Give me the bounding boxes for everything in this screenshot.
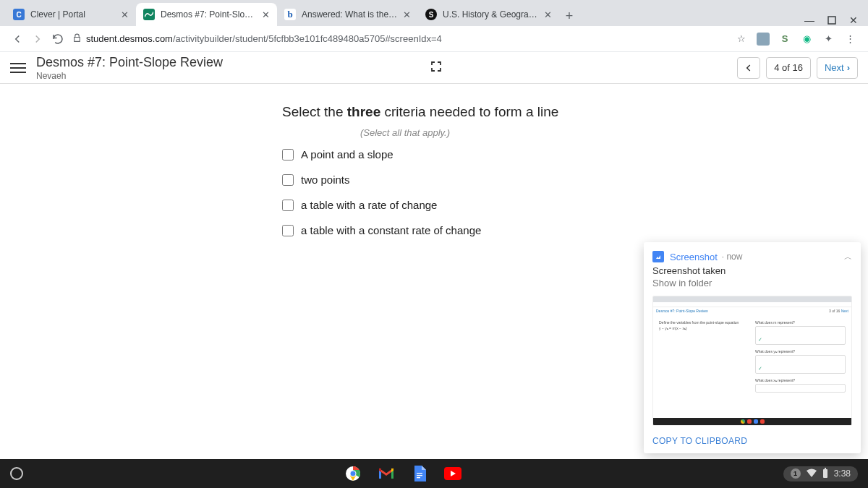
tab-title: Clever | Portal: [30, 9, 116, 20]
tab-bartleby[interactable]: b Answered: What is the correct eq ✕: [277, 3, 418, 26]
tab-history[interactable]: S U.S. History & Geography-A: S1 - ✕: [418, 3, 559, 26]
schoology-favicon: S: [425, 9, 437, 20]
extension-securly-icon[interactable]: S: [778, 33, 791, 46]
svg-rect-8: [417, 473, 422, 474]
docs-icon[interactable]: [411, 465, 428, 482]
tab-desmos[interactable]: Desmos #7: Point-Slope Review ✕: [136, 3, 277, 26]
svg-rect-10: [417, 477, 420, 478]
maximize-icon[interactable]: [827, 16, 836, 25]
new-tab-button[interactable]: +: [559, 6, 579, 26]
image-icon: [652, 251, 664, 262]
svg-rect-12: [823, 469, 827, 478]
notif-show-in-folder[interactable]: Show in folder: [652, 278, 852, 288]
extensions-puzzle-icon[interactable]: ✦: [822, 33, 835, 46]
tab-clever[interactable]: C Clever | Portal ✕: [6, 3, 136, 26]
option-row[interactable]: a table with a constant rate of change: [282, 224, 868, 236]
window-controls: — ✕: [794, 14, 868, 26]
next-button[interactable]: Next›: [817, 57, 858, 79]
browser-tabstrip: C Clever | Portal ✕ Desmos #7: Point-Slo…: [0, 0, 868, 26]
battery-icon: [822, 468, 828, 480]
notif-title: Screenshot taken: [652, 265, 852, 276]
option-row[interactable]: A point and a slope: [282, 148, 868, 160]
chrome-icon[interactable]: [344, 465, 362, 482]
svg-point-5: [351, 471, 356, 476]
back-button[interactable]: [7, 29, 27, 49]
activity-content: Select the three criteria needed to form…: [0, 84, 868, 236]
svg-rect-9: [417, 475, 422, 476]
hamburger-icon[interactable]: [10, 63, 26, 73]
option-checkbox[interactable]: [282, 174, 294, 186]
activity-title: Desmos #7: Point-Slope Review: [36, 55, 223, 70]
notification-badge[interactable]: 1: [791, 468, 801, 479]
question-hint: (Select all that apply.): [282, 127, 528, 138]
clever-favicon: C: [13, 9, 25, 20]
lock-icon[interactable]: [72, 33, 82, 46]
close-window-icon[interactable]: ✕: [849, 14, 858, 26]
bookmark-icon[interactable]: ☆: [735, 33, 748, 46]
desmos-favicon: [143, 9, 155, 20]
gmail-icon[interactable]: [378, 465, 395, 482]
question-text: Select the three criteria needed to form…: [282, 104, 868, 120]
extension-grammarly-icon[interactable]: ◉: [800, 33, 813, 46]
notif-time: · now: [722, 252, 743, 262]
launcher-button[interactable]: [10, 467, 23, 480]
activity-header: Desmos #7: Point-Slope Review Nevaeh 4 o…: [0, 52, 868, 84]
fullscreen-icon[interactable]: [430, 61, 442, 75]
forward-button[interactable]: [27, 29, 48, 49]
screenshot-thumbnail[interactable]: Desmos #7: Point-Slope Review3 of 16 Nex…: [652, 296, 852, 426]
browser-toolbar: student.desmos.com/activitybuilder/stude…: [0, 26, 868, 52]
system-tray[interactable]: 1 3:38: [783, 466, 858, 481]
reload-button[interactable]: [48, 29, 68, 49]
youtube-icon[interactable]: [444, 465, 461, 482]
page-indicator[interactable]: 4 of 16: [766, 57, 811, 79]
option-checkbox[interactable]: [282, 200, 294, 211]
option-label: a table with a rate of change: [301, 199, 437, 211]
minimize-icon[interactable]: —: [804, 14, 814, 26]
chevron-up-icon[interactable]: ︿: [844, 252, 852, 262]
close-icon[interactable]: ✕: [544, 9, 552, 20]
option-row[interactable]: two points: [282, 174, 868, 186]
close-icon[interactable]: ✕: [403, 9, 411, 20]
menu-icon[interactable]: ⋮: [843, 33, 856, 46]
option-label: A point and a slope: [301, 148, 393, 160]
option-row[interactable]: a table with a rate of change: [282, 199, 868, 211]
wifi-icon: [807, 468, 817, 479]
close-icon[interactable]: ✕: [262, 9, 270, 20]
option-label: two points: [301, 174, 350, 186]
toolbar-extensions: ☆ S ◉ ✦ ⋮: [735, 33, 861, 46]
tab-title: Answered: What is the correct eq: [302, 9, 399, 20]
bartleby-favicon: b: [284, 9, 296, 20]
clock: 3:38: [834, 468, 851, 479]
option-checkbox[interactable]: [282, 225, 294, 236]
option-label: a table with a constant rate of change: [301, 224, 481, 236]
copy-to-clipboard-button[interactable]: COPY TO CLIPBOARD: [652, 436, 852, 446]
option-checkbox[interactable]: [282, 149, 294, 160]
extension-icon[interactable]: [757, 33, 770, 46]
tab-title: U.S. History & Geography-A: S1 -: [443, 9, 540, 20]
tab-title: Desmos #7: Point-Slope Review: [161, 9, 258, 20]
pager: 4 of 16 Next›: [737, 57, 858, 79]
prev-button[interactable]: [737, 57, 760, 79]
close-icon[interactable]: ✕: [121, 9, 129, 20]
notif-app-name: Screenshot: [670, 252, 718, 262]
student-name: Nevaeh: [36, 71, 223, 81]
svg-rect-1: [655, 253, 662, 260]
svg-rect-0: [828, 17, 835, 24]
svg-rect-13: [825, 468, 826, 469]
shelf-apps: [344, 465, 461, 482]
screenshot-notification[interactable]: Screenshot · now ︿ Screenshot taken Show…: [644, 242, 861, 453]
address-bar[interactable]: student.desmos.com/activitybuilder/stude…: [86, 33, 735, 44]
chromeos-shelf: 1 3:38: [0, 459, 868, 488]
